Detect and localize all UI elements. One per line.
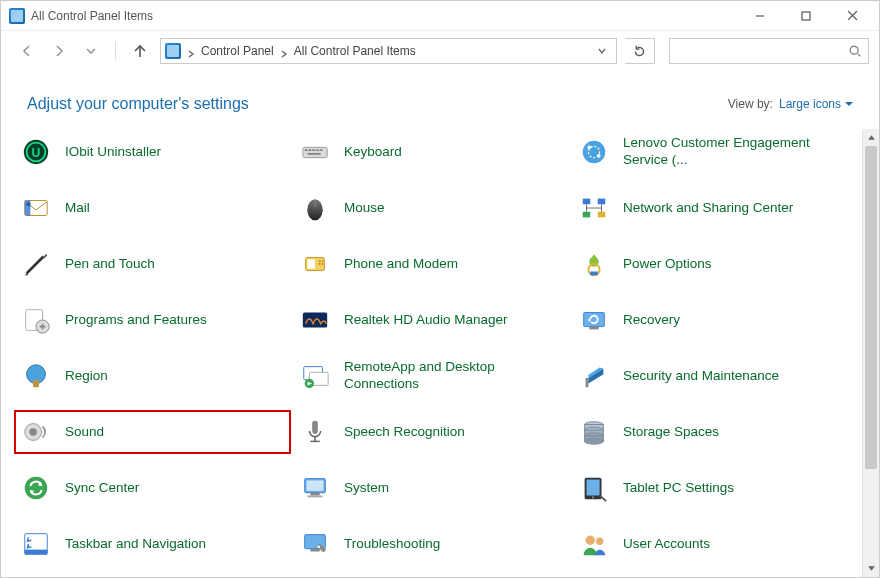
cpl-item-security-maintenance[interactable]: Security and Maintenance [573,355,848,397]
up-button[interactable] [128,39,152,63]
chevron-down-icon [845,100,853,108]
scroll-down-icon[interactable] [863,560,879,577]
speech-icon [298,415,332,449]
cpl-item-keyboard[interactable]: Keyboard [294,131,569,173]
cpl-item-recovery[interactable]: Recovery [573,299,848,341]
item-label: RemoteApp and Desktop Connections [344,359,565,393]
recent-dropdown-icon[interactable] [79,39,103,63]
svg-rect-51 [584,313,605,327]
svg-point-5 [850,46,858,54]
svg-rect-79 [310,493,319,496]
mail-icon [19,191,53,225]
cpl-item-taskbar-nav[interactable]: Taskbar and Navigation [15,523,290,565]
svg-point-83 [592,496,594,498]
cpl-item-system[interactable]: System [294,467,569,509]
svg-rect-78 [307,481,324,491]
search-input[interactable] [669,38,869,64]
subheader: Adjust your computer's settings View by:… [1,71,879,131]
close-button[interactable] [829,1,875,31]
pen-icon [19,247,53,281]
separator [115,42,116,60]
cpl-item-troubleshooting[interactable]: Troubleshooting [294,523,569,565]
search-icon [848,44,862,58]
cpl-item-sync-center[interactable]: Sync Center [15,467,290,509]
svg-rect-56 [33,380,39,388]
cpl-item-tablet-pc[interactable]: Tablet PC Settings [573,467,848,509]
svg-rect-12 [305,149,308,151]
minimize-button[interactable] [737,1,783,31]
viewby-value: Large icons [779,97,841,111]
svg-rect-61 [586,378,589,387]
viewby-label: View by: [728,97,773,111]
navigation-bar: Control Panel All Control Panel Items [1,31,879,71]
scroll-track[interactable] [863,146,879,560]
item-label: Realtek HD Audio Manager [344,312,508,329]
svg-rect-31 [598,212,606,218]
scroll-up-icon[interactable] [863,129,879,146]
scroll-thumb[interactable] [865,146,877,469]
cpl-item-realtek-hd[interactable]: Realtek HD Audio Manager [294,299,569,341]
page-title: Adjust your computer's settings [27,95,249,113]
items-grid: UIObit UninstallerKeyboardLenovo Custome… [1,129,862,577]
svg-point-90 [586,536,595,545]
item-label: Mouse [344,200,385,217]
cpl-item-programs-features[interactable]: Programs and Features [15,299,290,341]
taskbar-icon [19,527,53,561]
cpl-item-network-sharing[interactable]: Network and Sharing Center [573,187,848,229]
programs-icon [19,303,53,337]
address-dropdown-icon[interactable] [592,39,612,63]
item-label: Taskbar and Navigation [65,536,206,553]
svg-marker-103 [868,135,875,140]
window-title: All Control Panel Items [31,9,153,23]
cpl-item-mail[interactable]: Mail [15,187,290,229]
cpl-item-speech-recognition[interactable]: Speech Recognition [294,411,569,453]
svg-point-63 [29,428,37,436]
breadcrumb-all-items[interactable]: All Control Panel Items [294,44,416,58]
sync-icon [19,471,53,505]
cpl-item-mouse[interactable]: Mouse [294,187,569,229]
cpl-item-power-options[interactable]: Power Options [573,243,848,285]
remoteapp-icon [298,359,332,393]
breadcrumb-control-panel[interactable]: Control Panel [201,44,274,58]
svg-point-74 [25,477,48,500]
tablet-icon [577,471,611,505]
security-icon [577,359,611,393]
item-label: Sync Center [65,480,139,497]
scrollbar[interactable] [862,129,879,577]
cpl-item-region[interactable]: Region [15,355,290,397]
cpl-item-user-accounts[interactable]: User Accounts [573,523,848,565]
chevron-right-icon [280,47,288,55]
svg-marker-104 [868,566,875,571]
sound-icon [19,415,53,449]
svg-rect-29 [598,199,606,205]
item-label: Mail [65,200,90,217]
forward-button[interactable] [47,39,71,63]
maximize-button[interactable] [783,1,829,31]
cpl-item-pen-touch[interactable]: Pen and Touch [15,243,290,285]
svg-rect-88 [310,549,319,552]
item-label: Troubleshooting [344,536,440,553]
address-bar[interactable]: Control Panel All Control Panel Items [160,38,617,64]
svg-rect-45 [590,272,598,276]
svg-rect-15 [316,149,319,151]
cpl-item-iobit-uninstaller[interactable]: UIObit Uninstaller [15,131,290,173]
back-button[interactable] [15,39,39,63]
network-icon [577,191,611,225]
cpl-item-sound[interactable]: Sound [15,411,290,453]
cpl-item-phone-modem[interactable]: Phone and Modem [294,243,569,285]
viewby-dropdown[interactable]: Large icons [779,97,853,111]
svg-point-73 [585,439,604,445]
keyboard-icon [298,135,332,169]
item-label: Power Options [623,256,712,273]
svg-rect-14 [312,149,315,151]
item-label: Pen and Touch [65,256,155,273]
cpl-item-storage-spaces[interactable]: Storage Spaces [573,411,848,453]
cpl-item-remoteapp[interactable]: RemoteApp and Desktop Connections [294,355,569,397]
cpl-item-lenovo-customer[interactable]: Lenovo Customer Engagement Service (... [573,131,848,173]
lenovo-icon [577,135,611,169]
refresh-button[interactable] [625,38,655,64]
iobit-icon: U [19,135,53,169]
svg-rect-1 [802,12,810,20]
item-label: Network and Sharing Center [623,200,793,217]
item-label: User Accounts [623,536,710,553]
